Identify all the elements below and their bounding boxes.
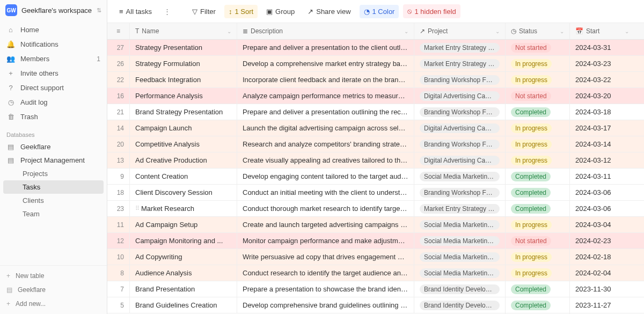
table-row[interactable]: 13Ad Creative ProductionCreate visually … — [107, 152, 644, 169]
cell-start[interactable]: 2024-03-11 — [570, 168, 634, 185]
project-chip[interactable]: Social Media Marketing Campa — [420, 252, 500, 262]
project-chip[interactable]: Social Media Marketing Campa — [420, 268, 500, 278]
cell-project[interactable]: Social Media Marketing Campa — [414, 232, 506, 250]
table-row[interactable]: 23⠿ Market ResearchConduct thorough mark… — [107, 201, 644, 217]
project-chip[interactable]: Market Entry Strategy Consult — [420, 59, 500, 69]
cell-description[interactable]: Create and launch targeted advertising c… — [237, 216, 414, 233]
cell-name[interactable]: Ad Copywriting — [130, 249, 237, 265]
db-sub-clients[interactable]: Clients — [3, 194, 104, 207]
workspace-switcher[interactable]: GW Geekflare's workspace ⇅ — [0, 0, 107, 20]
cell-project[interactable]: Market Entry Strategy Consult — [414, 55, 506, 73]
nav-support[interactable]: ?Direct support — [0, 81, 107, 95]
status-chip[interactable]: Completed — [511, 284, 551, 294]
status-chip[interactable]: Completed — [511, 172, 551, 181]
cell-description[interactable]: Monitor campaign performance and make ad… — [237, 232, 414, 249]
cell-start[interactable]: 2023-11-30 — [570, 281, 634, 297]
cell-status[interactable]: Not started — [506, 232, 570, 250]
table-row[interactable]: 11Ad Campaign SetupCreate and launch tar… — [107, 217, 644, 233]
cell-status[interactable]: In progress — [506, 248, 570, 266]
color-button[interactable]: ◔1 Color — [360, 5, 399, 18]
cell-description[interactable]: Launch the digital advertising campaign … — [237, 120, 414, 136]
project-chip[interactable]: Social Media Marketing Campa — [420, 236, 500, 246]
db-sub-team[interactable]: Team — [3, 207, 104, 221]
cell-status[interactable]: Not started — [506, 87, 570, 105]
status-chip[interactable]: Not started — [511, 91, 551, 101]
cell-start[interactable]: 2024-02-04 — [570, 265, 634, 281]
view-all-tasks[interactable]: ≡All tasks — [115, 5, 156, 18]
filter-button[interactable]: ▽Filter — [188, 5, 220, 18]
db-sub-projects[interactable]: Projects — [3, 167, 104, 180]
status-chip[interactable]: In progress — [511, 59, 552, 69]
table-row[interactable]: 7Brand PresentationPrepare a presentatio… — [107, 281, 644, 297]
status-chip[interactable]: In progress — [511, 268, 552, 278]
cell-description[interactable]: Prepare and deliver a presentation outli… — [237, 104, 414, 120]
status-chip[interactable]: In progress — [511, 75, 552, 85]
cell-project[interactable]: Social Media Marketing Campa — [414, 264, 506, 282]
cell-project[interactable]: Social Media Marketing Campa — [414, 216, 506, 234]
project-chip[interactable]: Branding Workshop Facilitation — [420, 188, 500, 198]
col-start[interactable]: 📅Start⌄ — [570, 23, 634, 39]
table-row[interactable]: 8Audience AnalysisConduct research to id… — [107, 265, 644, 281]
cell-status[interactable]: In progress — [506, 216, 570, 234]
col-number[interactable]: ≡ — [107, 23, 130, 39]
nav-notifications[interactable]: 🔔Notifications — [0, 37, 107, 52]
cell-project[interactable]: Branding Workshop Facilitation — [414, 71, 506, 89]
cell-start[interactable]: 2024-03-23 — [570, 55, 634, 72]
cell-description[interactable]: Conduct research to identify the target … — [237, 265, 414, 281]
cell-description[interactable]: Conduct thorough market research to iden… — [237, 200, 414, 217]
cell-project[interactable]: Branding Workshop Facilitation — [414, 135, 506, 154]
cell-description[interactable]: Analyze campaign performance metrics to … — [237, 87, 414, 104]
cell-project[interactable]: Digital Advertising Campaign M — [414, 119, 506, 137]
cell-status[interactable]: Completed — [506, 280, 570, 298]
nav-members[interactable]: 👥Members1 — [0, 52, 107, 66]
cell-start[interactable]: 2024-03-06 — [570, 184, 634, 201]
cell-name[interactable]: Campaign Launch — [130, 120, 237, 136]
nav-trash[interactable]: 🗑Trash — [0, 109, 107, 124]
share-button[interactable]: ↗Share view — [303, 5, 355, 18]
status-chip[interactable]: Not started — [511, 43, 551, 53]
cell-name[interactable]: Brand Guidelines Creation — [130, 297, 237, 313]
group-button[interactable]: ▣Group — [262, 5, 299, 18]
cell-name[interactable]: Content Creation — [130, 168, 237, 185]
cell-name[interactable]: Strategy Formulation — [130, 55, 237, 72]
cell-description[interactable]: Prepare a presentation to showcase the b… — [237, 281, 414, 297]
cell-description[interactable]: Incorporate client feedback and iterate … — [237, 71, 414, 88]
table-row[interactable]: 22Feedback IntegrationIncorporate client… — [107, 72, 644, 88]
cell-description[interactable]: Research and analyze competitors' brandi… — [237, 136, 414, 152]
cell-start[interactable]: 2024-03-06 — [570, 200, 634, 217]
db-sub-tasks[interactable]: Tasks — [3, 180, 104, 194]
table-row[interactable]: 20Competitive AnalysisResearch and analy… — [107, 136, 644, 152]
col-name[interactable]: TName⌄ — [130, 23, 237, 39]
cell-status[interactable]: Completed — [506, 167, 570, 186]
project-chip[interactable]: Branding Workshop Facilitation — [420, 75, 500, 85]
project-chip[interactable]: Brand Identity Development — [420, 284, 500, 294]
cell-start[interactable]: 2024-03-17 — [570, 120, 634, 136]
cell-name[interactable]: Strategy Presentation — [130, 39, 237, 56]
cell-project[interactable]: Brand Identity Development — [414, 296, 506, 315]
cell-project[interactable]: Social Media Marketing Campa — [414, 167, 506, 186]
cell-description[interactable]: Conduct an initial meeting with the clie… — [237, 184, 414, 201]
table-row[interactable]: 18Client Discovery SessionConduct an ini… — [107, 185, 644, 201]
cell-project[interactable]: Market Entry Strategy Consult — [414, 39, 506, 57]
status-chip[interactable]: In progress — [511, 140, 552, 149]
drag-handle-icon[interactable]: ⠿ — [135, 205, 138, 212]
cell-name[interactable]: Ad Creative Production — [130, 152, 237, 169]
status-chip[interactable]: Not started — [511, 236, 551, 246]
cell-name[interactable]: Campaign Monitoring and ... — [130, 232, 237, 249]
cell-status[interactable]: Completed — [506, 103, 570, 121]
project-chip[interactable]: Social Media Marketing Campa — [420, 172, 500, 181]
cell-status[interactable]: In progress — [506, 135, 570, 154]
sort-button[interactable]: ↕1 Sort — [224, 5, 258, 18]
cell-project[interactable]: Digital Advertising Campaign M — [414, 87, 506, 105]
project-chip[interactable]: Social Media Marketing Campa — [420, 220, 500, 230]
col-project[interactable]: ↗Project⌄ — [414, 23, 506, 39]
cell-start[interactable]: 2024-03-04 — [570, 216, 634, 233]
cell-project[interactable]: Market Entry Strategy Consult — [414, 200, 506, 218]
table-row[interactable]: 12Campaign Monitoring and ...Monitor cam… — [107, 233, 644, 249]
cell-description[interactable]: Develop comprehensive brand guidelines o… — [237, 297, 414, 313]
cell-start[interactable]: 2024-03-20 — [570, 87, 634, 104]
cell-status[interactable]: Completed — [506, 184, 570, 202]
cell-start[interactable]: 2024-02-23 — [570, 232, 634, 249]
cell-name[interactable]: Competitive Analysis — [130, 136, 237, 152]
project-chip[interactable]: Branding Workshop Facilitation — [420, 140, 500, 149]
